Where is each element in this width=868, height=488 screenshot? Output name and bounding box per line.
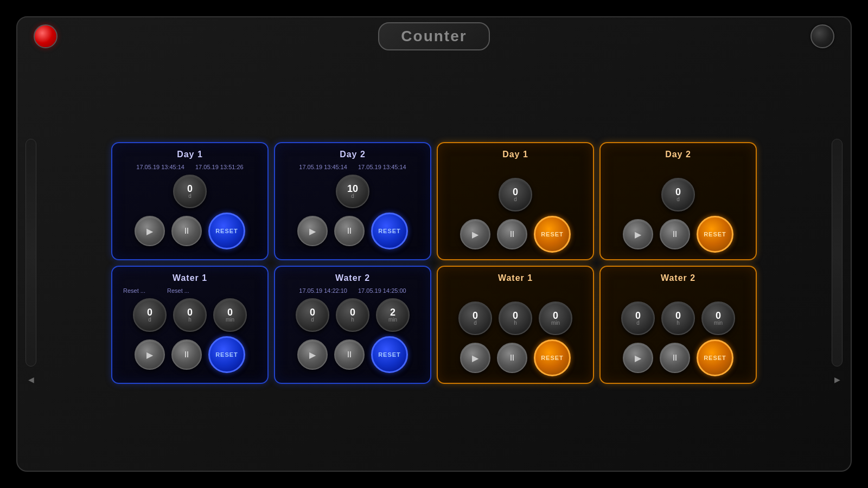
blue-day1-dial: 0 d (173, 175, 207, 208)
red-button[interactable] (34, 24, 58, 48)
orange-water1-pause-button[interactable] (497, 343, 527, 373)
orange-water2-reset-button[interactable]: RESET (697, 339, 733, 376)
orange-day2-pause-button[interactable] (660, 219, 690, 249)
blue-day2-ts2: 17.05.19 13:45:14 (358, 164, 406, 170)
orange-day2-play-button[interactable] (623, 219, 653, 249)
blue-water1-d-lbl: d (148, 317, 151, 323)
blue-water2-ts1: 17.05.19 14:22:10 (299, 287, 347, 294)
orange-day1-reset-button[interactable]: RESET (534, 216, 571, 253)
blue-day1-reset-button[interactable]: RESET (208, 213, 245, 249)
blue-day2-card: Day 2 17.05.19 13:45:14 17.05.19 13:45:1… (274, 142, 431, 260)
blue-day2-buttons: RESET (297, 213, 408, 249)
blue-water1-min-lbl: min (226, 317, 234, 323)
blue-day1-ts1: 17.05.19 13:45:14 (136, 164, 184, 170)
orange-water2-dial-h: 0 h (661, 301, 695, 335)
blue-water2-d-num: 0 (310, 307, 315, 317)
blue-water2-d-lbl: d (311, 317, 314, 323)
orange-day1-dial-label: d (514, 197, 517, 202)
orange-water2-d-lbl: d (636, 320, 640, 326)
orange-water1-buttons: RESET (460, 339, 571, 376)
orange-water1-dial-min: 0 min (539, 301, 572, 335)
blue-water2-reset-button[interactable]: RESET (371, 336, 408, 373)
blue-day2-reset-button[interactable]: RESET (371, 213, 408, 249)
orange-water1-dial-h: 0 h (499, 301, 532, 335)
blue-day1-play-button[interactable] (135, 216, 165, 246)
orange-water1-play-button[interactable] (460, 343, 490, 373)
blue-water2-play-button[interactable] (297, 339, 328, 370)
title-badge: Counter (378, 22, 489, 50)
orange-day2-buttons: RESET (623, 216, 733, 253)
orange-water1-reset-button[interactable]: RESET (534, 339, 571, 376)
orange-water2-play-button[interactable] (623, 343, 653, 373)
blue-day2-dial: 10 d (336, 175, 369, 208)
right-arrow[interactable] (829, 372, 845, 387)
blue-day2-dials: 10 d (336, 175, 369, 208)
scroll-bar-right[interactable] (832, 139, 843, 367)
blue-water1-h-lbl: h (188, 317, 192, 323)
orange-day1-pause-button[interactable] (497, 219, 527, 249)
blue-day1-dial-label: d (188, 194, 192, 199)
blue-day2-ts1: 17.05.19 13:45:14 (299, 164, 347, 170)
blue-water1-title: Water 1 (173, 273, 207, 283)
orange-day2-card: Day 2 0 d RESET (599, 142, 757, 260)
app-container: Counter Day 1 17.05.19 13:45:14 17.05.19… (16, 16, 852, 472)
blue-day2-timestamps: 17.05.19 13:45:14 17.05.19 13:45:14 (299, 164, 406, 170)
blue-water1-play-button[interactable] (135, 339, 165, 370)
orange-water2-dial-d: 0 d (621, 301, 655, 335)
orange-day1-title: Day 1 (502, 150, 528, 159)
blue-day2-play-button[interactable] (297, 216, 328, 246)
orange-day2-dial-number: 0 (675, 187, 681, 197)
blue-water2-dials: 0 d 0 h 2 min (296, 298, 410, 332)
orange-water1-card: Water 1 0 d 0 h 0 min (437, 266, 594, 384)
blue-day2-pause-button[interactable] (334, 216, 365, 246)
blue-water1-min-num: 0 (227, 307, 233, 317)
app-title: Counter (401, 28, 467, 44)
orange-day2-dials: 0 d (661, 178, 695, 211)
orange-water2-buttons: RESET (623, 339, 733, 376)
bottom-row: Water 1 Reset ... Reset ... 0 d 0 h (42, 266, 826, 384)
main-content: Day 1 17.05.19 13:45:14 17.05.19 13:51:2… (17, 55, 851, 471)
orange-water1-min-num: 0 (553, 311, 558, 320)
blue-water1-reset1: Reset ... (123, 287, 145, 294)
orange-day1-dial-number: 0 (513, 187, 518, 197)
orange-water1-d-num: 0 (473, 311, 478, 320)
orange-day2-reset-button[interactable]: RESET (697, 216, 733, 253)
orange-day1-play-button[interactable] (460, 219, 490, 249)
orange-water2-min-num: 0 (716, 311, 721, 320)
orange-water1-title: Water 1 (498, 273, 533, 283)
blue-day1-buttons: RESET (135, 213, 245, 249)
orange-water1-dials: 0 d 0 h 0 min (458, 301, 572, 335)
blue-water2-min-num: 2 (390, 307, 395, 317)
blue-day2-dial-label: d (351, 194, 354, 199)
blue-water2-title: Water 2 (335, 273, 370, 283)
orange-water2-dial-min: 0 min (701, 301, 735, 335)
blue-water2-h-num: 0 (350, 307, 355, 317)
panels-area: Day 1 17.05.19 13:45:14 17.05.19 13:51:2… (42, 142, 826, 384)
blue-day1-dials: 0 d (173, 175, 207, 208)
orange-water2-dials: 0 d 0 h 0 min (621, 301, 735, 335)
orange-day1-card: Day 1 0 d RESET (437, 142, 594, 260)
orange-water2-title: Water 2 (661, 273, 695, 283)
orange-water2-d-num: 0 (635, 311, 641, 320)
top-bar: Counter (17, 17, 851, 55)
dark-button[interactable] (810, 24, 834, 48)
blue-day1-pause-button[interactable] (171, 216, 202, 246)
blue-water2-dial-h: 0 h (336, 298, 369, 332)
blue-water1-reset-button[interactable]: RESET (208, 336, 245, 373)
orange-water2-pause-button[interactable] (660, 343, 690, 373)
blue-water1-d-num: 0 (147, 307, 152, 317)
blue-water2-dial-d: 0 d (296, 298, 329, 332)
left-arrow[interactable] (23, 372, 39, 387)
blue-water1-reset2: Reset ... (167, 287, 189, 294)
orange-day2-dial: 0 d (661, 178, 695, 211)
blue-day2-title: Day 2 (340, 150, 366, 159)
top-row: Day 1 17.05.19 13:45:14 17.05.19 13:51:2… (42, 142, 826, 260)
blue-day1-ts2: 17.05.19 13:51:26 (195, 164, 244, 170)
blue-water1-pause-button[interactable] (171, 339, 202, 370)
orange-day1-dials: 0 d (499, 178, 532, 211)
blue-water2-pause-button[interactable] (334, 339, 365, 370)
blue-water2-card: Water 2 17.05.19 14:22:10 17.05.19 14:25… (274, 266, 431, 384)
scroll-bar-left[interactable] (25, 139, 36, 367)
blue-day1-title: Day 1 (177, 150, 203, 159)
blue-day1-card: Day 1 17.05.19 13:45:14 17.05.19 13:51:2… (111, 142, 269, 260)
